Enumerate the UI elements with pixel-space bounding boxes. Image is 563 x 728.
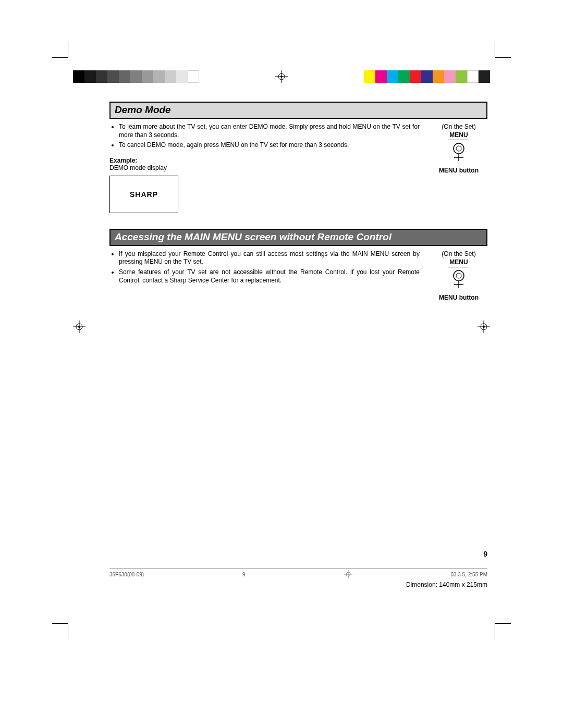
divider <box>448 267 469 267</box>
print-color-bars <box>73 70 490 83</box>
page-number: 9 <box>483 550 487 558</box>
section-body-demo-mode: To learn more about the TV set, you can … <box>109 123 487 213</box>
sharp-logo-box: SHARP <box>109 176 178 213</box>
demo-mode-button-diagram: (On the Set) MENU MENU button <box>430 123 487 213</box>
divider <box>448 140 469 140</box>
example-subtext: DEMO mode display <box>109 164 420 171</box>
svg-point-11 <box>483 326 485 328</box>
page-content: Demo Mode To learn more about the TV set… <box>109 102 487 317</box>
bullet-item: To cancel DEMO mode, again press MENU on… <box>119 141 420 150</box>
menu-button-label: MENU button <box>430 167 487 174</box>
on-set-label: (On the Set) <box>430 250 487 257</box>
menu-button-label: MENU button <box>430 294 487 301</box>
registration-mark-left-icon <box>73 320 85 333</box>
main-menu-button-diagram: (On the Set) MENU MENU button <box>430 250 487 301</box>
menu-label: MENU <box>430 131 487 139</box>
section-body-main-menu: If you misplaced your Remote Control you… <box>109 250 487 301</box>
crop-mark-top-left <box>52 42 68 58</box>
crop-mark-top-right <box>495 42 511 58</box>
registration-mark-right-icon <box>478 320 490 333</box>
menu-label: MENU <box>430 258 487 266</box>
registration-mark-footer-icon <box>344 570 352 578</box>
bullet-item: If you misplaced your Remote Control you… <box>119 250 420 266</box>
footer-filename: 36F630(08-09) <box>109 572 144 577</box>
svg-point-3 <box>280 76 283 78</box>
footer-timestamp: 03.3.5, 2:55 PM <box>450 572 487 577</box>
grayscale-ramp <box>73 70 199 83</box>
manual-page: Demo Mode To learn more about the TV set… <box>0 0 563 728</box>
main-menu-text: If you misplaced your Remote Control you… <box>109 250 420 301</box>
color-ramp <box>364 70 490 83</box>
crop-mark-bottom-right <box>495 623 511 639</box>
demo-mode-text: To learn more about the TV set, you can … <box>109 123 420 213</box>
footer: 36F630(08-09) 9 03.3.5, 2:55 PM <box>109 568 487 578</box>
bullet-item: Some features of your TV set are not acc… <box>119 268 420 285</box>
dimension-note: Dimension: 140mm x 215mm <box>406 581 487 588</box>
menu-button-icon <box>430 269 487 291</box>
svg-point-13 <box>456 146 461 151</box>
svg-point-17 <box>456 273 461 278</box>
section-heading-demo-mode: Demo Mode <box>109 102 487 119</box>
crop-mark-bottom-left <box>52 623 68 639</box>
svg-point-16 <box>454 270 464 281</box>
registration-mark-icon <box>275 70 288 83</box>
on-set-label: (On the Set) <box>430 123 487 130</box>
footer-page: 9 <box>242 572 246 577</box>
svg-point-12 <box>454 143 464 154</box>
example-label: Example: <box>109 157 420 164</box>
svg-point-7 <box>78 326 80 328</box>
menu-button-icon <box>430 142 487 164</box>
bullet-item: To learn more about the TV set, you can … <box>119 123 420 139</box>
section-heading-main-menu: Accessing the MAIN MENU screen without R… <box>109 229 487 246</box>
